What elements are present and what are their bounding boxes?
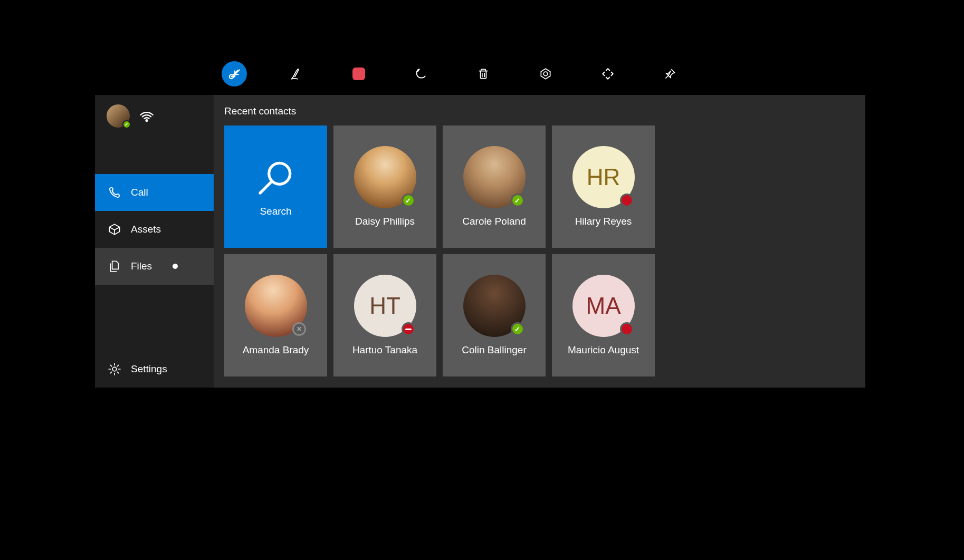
contact-avatar: HT — [354, 275, 416, 337]
stop-icon — [352, 67, 365, 80]
target-button[interactable] — [533, 61, 558, 86]
contact-avatar: MA — [572, 275, 635, 337]
sidebar-item-label: Settings — [131, 363, 167, 375]
notification-dot — [173, 264, 178, 269]
svg-point-2 — [146, 120, 148, 121]
contact-name: Daisy Phillips — [355, 216, 415, 227]
status-available-icon — [402, 194, 415, 207]
contact-initials: HT — [369, 293, 400, 319]
wifi-icon[interactable] — [139, 108, 154, 124]
sidebar: Call Assets Files — [95, 95, 214, 388]
contact-name: Mauricio August — [568, 344, 639, 356]
collapse-button[interactable] — [222, 61, 247, 86]
sidebar-item-label: Call — [131, 187, 148, 198]
stop-record-button[interactable] — [346, 61, 371, 86]
sidebar-item-assets[interactable]: Assets — [95, 211, 214, 248]
contact-avatar: HR — [572, 146, 635, 208]
contact-initials: MA — [586, 293, 621, 319]
section-title: Recent contacts — [224, 105, 855, 117]
pin-button[interactable] — [657, 61, 683, 86]
svg-point-3 — [112, 367, 117, 371]
status-available-icon — [511, 194, 524, 207]
contact-name: Amanda Brady — [243, 344, 309, 356]
contact-avatar — [245, 275, 307, 337]
toolbar — [95, 53, 865, 95]
contact-avatar — [354, 146, 416, 208]
contact-initials: HR — [587, 164, 621, 190]
contact-name: Hilary Reyes — [575, 216, 632, 227]
move-button[interactable] — [595, 61, 621, 86]
status-busy-icon — [620, 322, 634, 336]
status-available-icon — [511, 322, 524, 336]
box-icon — [108, 223, 121, 236]
sidebar-item-label: Files — [131, 260, 152, 272]
undo-button[interactable] — [408, 61, 434, 86]
status-dnd-icon — [402, 322, 415, 336]
search-icon — [255, 156, 297, 198]
sidebar-item-label: Assets — [131, 224, 161, 235]
contact-name: Carole Poland — [462, 216, 526, 227]
user-avatar[interactable] — [107, 104, 130, 128]
delete-button[interactable] — [471, 61, 496, 86]
svg-point-4 — [269, 163, 290, 184]
profile-area — [95, 95, 214, 137]
app-panel: Call Assets Files — [95, 95, 865, 388]
contact-tile[interactable]: MA Mauricio August — [552, 254, 655, 376]
search-tile[interactable]: Search — [224, 125, 327, 248]
phone-icon — [108, 186, 121, 199]
contact-avatar — [463, 275, 526, 337]
files-icon — [108, 259, 121, 273]
contact-name: Colin Ballinger — [462, 344, 527, 356]
contact-avatar — [463, 146, 526, 208]
contact-tile[interactable]: Colin Ballinger — [443, 254, 546, 376]
search-label: Search — [260, 206, 291, 217]
contact-name: Hartuo Tanaka — [352, 344, 417, 356]
presence-badge — [122, 120, 131, 129]
sidebar-item-call[interactable]: Call — [95, 174, 214, 211]
svg-point-1 — [543, 72, 548, 76]
contact-tile[interactable]: HR Hilary Reyes — [552, 125, 655, 248]
contact-tile[interactable]: Daisy Phillips — [333, 125, 436, 248]
status-busy-icon — [620, 194, 634, 207]
contact-tile[interactable]: Amanda Brady — [224, 254, 327, 376]
main-area: Recent contacts Search Daisy Phillips — [214, 95, 865, 388]
ink-button[interactable] — [284, 61, 309, 86]
contacts-grid: Search Daisy Phillips Carole Poland — [224, 125, 855, 376]
gear-icon — [108, 362, 121, 376]
contact-tile[interactable]: HT Hartuo Tanaka — [333, 254, 436, 376]
contact-tile[interactable]: Carole Poland — [443, 125, 546, 248]
sidebar-item-files[interactable]: Files — [95, 248, 214, 285]
status-offline-icon — [292, 322, 306, 336]
sidebar-item-settings[interactable]: Settings — [95, 351, 214, 388]
